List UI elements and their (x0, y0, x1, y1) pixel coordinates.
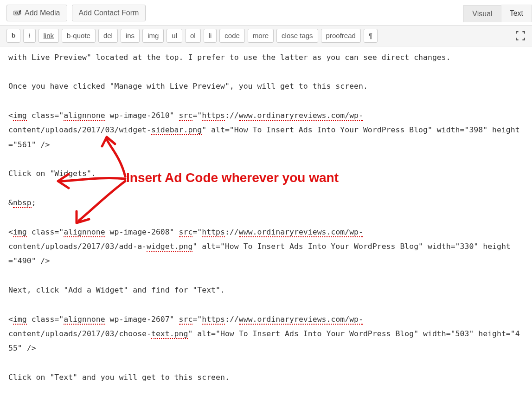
qt-ul-button[interactable]: ul (167, 29, 182, 43)
qt-img-button[interactable]: img (142, 29, 164, 43)
svg-point-3 (20, 13, 21, 14)
media-toolbar: Add Media Add Contact Form Visual Text (0, 0, 532, 25)
tab-visual[interactable]: Visual (463, 5, 501, 22)
qt-proofread-button[interactable]: proofread (321, 29, 361, 43)
svg-point-1 (16, 12, 18, 14)
qt-del-button[interactable]: del (98, 29, 118, 43)
qt-bquote-button[interactable]: b-quote (62, 29, 96, 43)
qt-ins-button[interactable]: ins (121, 29, 140, 43)
tab-text[interactable]: Text (501, 5, 532, 22)
quicktags-toolbar: b i link b-quote del ins img ul ol li co… (0, 25, 532, 46)
camera-music-icon (13, 9, 22, 17)
add-media-label: Add Media (25, 9, 60, 17)
content-textarea[interactable]: with Live Preview" located at the top. I… (0, 46, 532, 399)
qt-ol-button[interactable]: ol (185, 29, 201, 43)
qt-bold-button[interactable]: b (6, 29, 20, 43)
qt-link-button[interactable]: link (38, 29, 59, 43)
qt-italic-button[interactable]: i (23, 29, 35, 43)
qt-more-button[interactable]: more (248, 29, 274, 43)
qt-code-button[interactable]: code (219, 29, 245, 43)
svg-point-2 (18, 13, 19, 15)
add-contact-form-button[interactable]: Add Contact Form (72, 5, 146, 21)
qt-li-button[interactable]: li (204, 29, 217, 43)
editor-mode-tabs: Visual Text (463, 5, 532, 22)
add-media-button[interactable]: Add Media (6, 5, 67, 21)
qt-pilcrow-button[interactable]: ¶ (364, 29, 378, 43)
add-contact-form-label: Add Contact Form (79, 9, 139, 17)
qt-close-tags-button[interactable]: close tags (276, 29, 318, 43)
fullscreen-icon[interactable] (515, 31, 526, 41)
